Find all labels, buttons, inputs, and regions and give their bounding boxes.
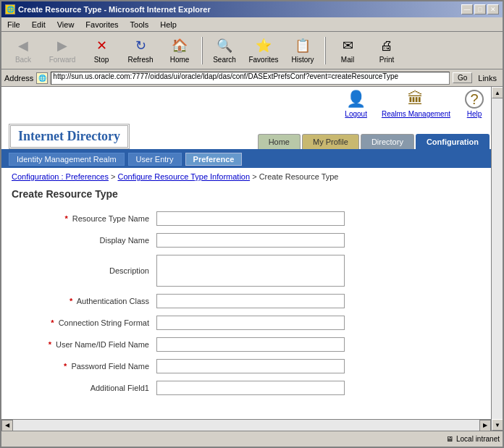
username-field-label: * User Name/ID Field Name	[12, 340, 156, 349]
logout-icon: 👤	[346, 90, 366, 109]
horizontal-scrollbar: ◀ ▶	[1, 419, 491, 431]
minimize-button[interactable]: —	[461, 4, 473, 14]
subnav-userentry[interactable]: User Entry	[128, 153, 182, 166]
username-field-input[interactable]	[156, 337, 345, 352]
page-icon: 🌐	[36, 72, 48, 84]
internet-directory-logo: Internet Directory	[9, 124, 130, 149]
auth-class-label-text: Authentication Class	[77, 297, 149, 305]
auth-class-input[interactable]	[156, 294, 345, 308]
help-icon: ?	[465, 90, 484, 109]
ie-window: 🌐 Create Resource Type - Microsoft Inter…	[0, 0, 504, 448]
stop-button[interactable]: ✕ Stop	[83, 34, 120, 67]
search-button[interactable]: 🔍 Search	[206, 34, 243, 67]
refresh-button[interactable]: ↻ Refresh	[122, 34, 159, 67]
resource-type-name-input[interactable]	[156, 211, 345, 226]
history-label: History	[291, 56, 314, 64]
additional-field1-input[interactable]	[156, 381, 345, 395]
menu-tools[interactable]: Tools	[127, 20, 152, 30]
back-label: Back	[15, 56, 31, 64]
username-field-row: * User Name/ID Field Name	[12, 337, 481, 352]
title-buttons: — □ ✕	[461, 4, 499, 14]
address-input[interactable]: http://sun.us.oracle.com:7777/oiddas/ui/…	[51, 72, 450, 85]
tab-configuration[interactable]: Configuration	[416, 134, 490, 149]
logout-label[interactable]: Logout	[345, 110, 367, 118]
logout-group[interactable]: 👤 Logout	[345, 90, 367, 118]
help-group[interactable]: ? Help	[465, 90, 484, 118]
vertical-scrollbar: ▲ ▼	[491, 87, 503, 431]
home-icon: 🏠	[171, 37, 188, 54]
mail-icon: ✉	[339, 37, 356, 54]
required-star-2: *	[70, 297, 72, 305]
favorites-label: Favorites	[248, 56, 278, 64]
back-icon: ◀	[14, 37, 32, 54]
tab-myprofile[interactable]: My Profile	[302, 134, 359, 149]
scroll-down-button[interactable]: ▼	[492, 419, 503, 431]
resource-type-name-row: * Resource Type Name	[12, 211, 481, 226]
conn-string-label-text: Connection String Format	[59, 318, 149, 327]
home-button[interactable]: 🏠 Home	[161, 34, 198, 67]
description-input[interactable]	[156, 255, 345, 287]
content-area: 👤 Logout 🏛 Realms Management ? Help Inte…	[1, 87, 503, 431]
conn-string-input[interactable]	[156, 316, 345, 330]
auth-class-label: * Authentication Class	[12, 297, 156, 305]
subnav-identity[interactable]: Identity Management Realm	[9, 153, 125, 166]
history-icon: 📋	[294, 37, 311, 54]
breadcrumb-config-resource[interactable]: Configure Resource Type Information	[117, 172, 250, 181]
required-star-4: *	[49, 340, 51, 349]
go-button[interactable]: Go	[453, 72, 472, 83]
history-button[interactable]: 📋 History	[284, 34, 322, 67]
additional-field1-label: Additional Field1	[12, 384, 156, 392]
forward-button[interactable]: ▶ Forward	[43, 34, 81, 67]
breadcrumb-config-prefs[interactable]: Configuration : Preferences	[12, 172, 109, 181]
mail-button[interactable]: ✉ Mail	[329, 34, 366, 67]
subnav-preference[interactable]: Preference	[185, 153, 243, 166]
hscroll-left-button[interactable]: ◀	[1, 420, 13, 431]
title-bar: 🌐 Create Resource Type - Microsoft Inter…	[1, 1, 503, 17]
form-area: * Resource Type Name Display Name Descri…	[1, 207, 491, 419]
search-icon: 🔍	[216, 37, 233, 54]
header-top: 👤 Logout 🏛 Realms Management ? Help	[1, 87, 491, 121]
description-label-text: Description	[109, 266, 149, 275]
display-name-input[interactable]	[156, 233, 345, 248]
print-button[interactable]: 🖨 Print	[368, 34, 406, 67]
toolbar: ◀ Back ▶ Forward ✕ Stop ↻ Refresh 🏠 Home…	[1, 32, 503, 69]
display-name-label: Display Name	[12, 236, 156, 245]
display-name-label-text: Display Name	[100, 236, 149, 245]
conn-string-row: * Connection String Format	[12, 316, 481, 330]
window-icon: 🌐	[5, 4, 15, 14]
mail-label: Mail	[341, 56, 354, 64]
back-button[interactable]: ◀ Back	[4, 34, 42, 67]
toolbar-separator-2	[324, 37, 326, 64]
required-star-3: *	[51, 318, 54, 327]
realms-label[interactable]: Realms Management	[382, 110, 450, 118]
help-label[interactable]: Help	[467, 110, 482, 118]
realms-group[interactable]: 🏛 Realms Management	[382, 90, 450, 118]
hscroll-right-button[interactable]: ▶	[479, 420, 491, 431]
password-field-input[interactable]	[156, 359, 345, 373]
conn-string-label: * Connection String Format	[12, 318, 156, 327]
auth-class-row: * Authentication Class	[12, 294, 481, 308]
scroll-up-button[interactable]: ▲	[492, 87, 503, 98]
menu-view[interactable]: View	[54, 20, 77, 30]
maximize-button[interactable]: □	[474, 4, 486, 14]
status-right: 🖥 Local intranet	[446, 435, 500, 443]
tab-home[interactable]: Home	[258, 134, 301, 149]
forward-icon: ▶	[54, 37, 71, 54]
menu-edit[interactable]: Edit	[29, 20, 49, 30]
display-name-row: Display Name	[12, 233, 481, 248]
tab-directory[interactable]: Directory	[361, 134, 414, 149]
search-label: Search	[213, 56, 236, 64]
zone-label: Local intranet	[456, 435, 500, 443]
print-icon: 🖨	[378, 37, 395, 54]
page-title: Create Resource Type	[1, 185, 491, 207]
links-label: Links	[475, 73, 500, 83]
favorites-button[interactable]: ⭐ Favorites	[245, 34, 282, 67]
resource-type-name-label-text: Resource Type Name	[72, 214, 149, 223]
menu-favorites[interactable]: Favorites	[83, 20, 121, 30]
stop-icon: ✕	[93, 37, 110, 54]
close-button[interactable]: ✕	[487, 4, 499, 14]
menu-file[interactable]: File	[4, 20, 23, 30]
favorites-icon: ⭐	[255, 37, 272, 54]
address-label: Address	[4, 74, 33, 83]
menu-help[interactable]: Help	[157, 20, 180, 30]
